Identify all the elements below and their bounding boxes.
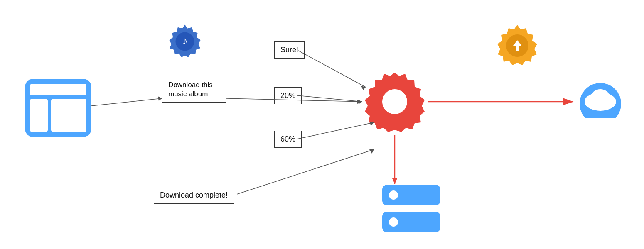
music-badge-svg: ♪ xyxy=(166,23,204,60)
browser-left-panel xyxy=(30,99,48,132)
cloud-icon xyxy=(573,77,627,118)
music-badge-icon: ♪ xyxy=(166,23,204,60)
svg-marker-21 xyxy=(369,149,374,154)
svg-point-9 xyxy=(591,89,610,104)
download-badge-icon xyxy=(494,23,540,68)
twenty-percent-text-box: 20% xyxy=(274,87,302,104)
download-complete-text-box: Download complete! xyxy=(154,187,234,204)
svg-text:♪: ♪ xyxy=(182,35,188,46)
download-album-label: Download this music album xyxy=(168,81,213,98)
download-complete-label: Download complete! xyxy=(160,191,228,199)
sure-label: Sure! xyxy=(280,46,298,54)
browser-right-panel xyxy=(51,99,86,132)
svg-point-2 xyxy=(382,89,407,114)
svg-line-10 xyxy=(91,98,162,106)
arrows-overlay xyxy=(0,0,644,249)
browser-app-icon xyxy=(25,79,91,137)
cloud-svg xyxy=(573,77,627,118)
svg-marker-26 xyxy=(392,178,397,184)
svg-line-20 xyxy=(237,149,374,194)
svg-line-16 xyxy=(297,95,362,102)
gear-svg xyxy=(361,68,428,135)
storage-item-1 xyxy=(382,185,440,205)
storage-dot-1 xyxy=(389,190,398,200)
svg-marker-11 xyxy=(158,96,162,101)
sixty-percent-text-box: 60% xyxy=(274,131,302,148)
storage-item-2 xyxy=(382,212,440,232)
download-badge-svg xyxy=(494,23,540,68)
twenty-percent-label: 20% xyxy=(280,91,295,100)
browser-bottom-area xyxy=(30,99,86,132)
processing-gear-icon xyxy=(361,68,428,135)
storage-dot-2 xyxy=(389,217,398,227)
download-album-text-box: Download this music album xyxy=(162,77,226,103)
browser-top-bar xyxy=(30,84,86,95)
sixty-percent-label: 60% xyxy=(280,135,295,143)
diagram-container: ♪ Download this music album Sure! 20% 60… xyxy=(0,0,644,249)
svg-marker-13 xyxy=(357,100,361,104)
sure-text-box: Sure! xyxy=(274,42,305,59)
svg-line-14 xyxy=(298,51,366,87)
